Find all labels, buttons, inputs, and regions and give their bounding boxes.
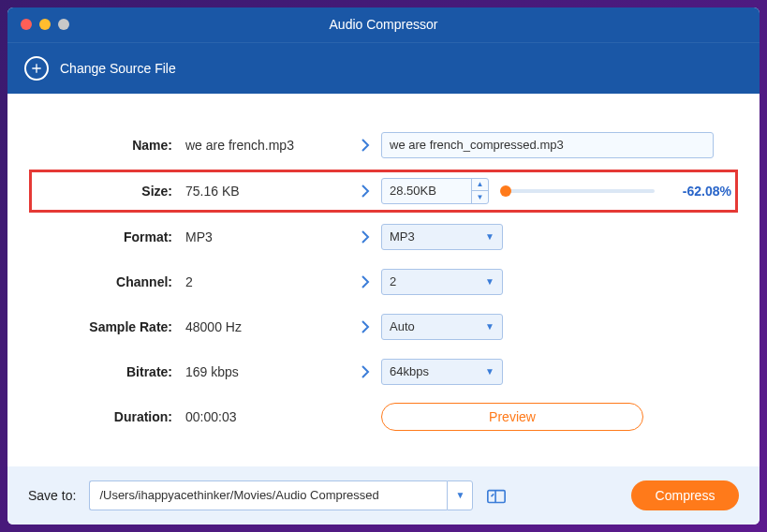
bitrate-dropdown[interactable]: 64kbps ▼ (381, 359, 503, 385)
plus-icon[interactable] (24, 56, 49, 81)
sample-rate-value: Auto (390, 319, 415, 333)
arrow-icon (349, 274, 381, 289)
size-slider[interactable] (506, 189, 655, 193)
open-folder-button[interactable] (486, 487, 507, 504)
svg-rect-2 (488, 490, 505, 502)
format-value: MP3 (390, 229, 415, 244)
label-duration: Duration: (36, 409, 185, 424)
arrow-icon (349, 319, 381, 334)
content-area: Name: we are french.mp3 Size: 75.16 KB 2… (7, 94, 760, 466)
chevron-down-icon: ▼ (485, 321, 494, 332)
row-name: Name: we are french.mp3 (36, 131, 731, 159)
source-format: MP3 (185, 229, 349, 244)
source-bitrate: 169 kbps (185, 364, 349, 379)
label-size: Size: (36, 184, 185, 199)
titlebar: Audio Compressor (7, 7, 760, 42)
chevron-down-icon: ▼ (455, 490, 465, 500)
chevron-down-icon: ▼ (485, 276, 494, 287)
size-reduction-percent: -62.08% (671, 184, 731, 199)
spinner-down-icon[interactable]: ▼ (472, 191, 488, 203)
label-channel: Channel: (36, 274, 185, 289)
row-channel: Channel: 2 2 ▼ (36, 268, 731, 296)
channel-dropdown[interactable]: 2 ▼ (381, 269, 503, 295)
chevron-down-icon: ▼ (485, 231, 494, 242)
footer: Save to: /Users/ihappyacethinker/Movies/… (7, 466, 760, 525)
preview-button[interactable]: Preview (381, 403, 643, 431)
save-path-box[interactable]: /Users/ihappyacethinker/Movies/Audio Com… (89, 480, 447, 510)
arrow-icon (349, 364, 381, 379)
source-sample-rate: 48000 Hz (185, 319, 349, 334)
arrow-icon (349, 184, 381, 199)
row-size: Size: 75.16 KB 28.50KB ▲ ▼ -62.08% (32, 172, 735, 210)
label-bitrate: Bitrate: (36, 364, 185, 379)
source-name: we are french.mp3 (185, 138, 349, 153)
row-sample-rate: Sample Rate: 48000 Hz Auto ▼ (36, 313, 731, 341)
source-size: 75.16 KB (185, 184, 349, 199)
label-sample-rate: Sample Rate: (36, 319, 185, 334)
output-name-input[interactable] (381, 132, 714, 158)
save-to-label: Save to: (28, 488, 76, 503)
row-format: Format: MP3 MP3 ▼ (36, 223, 731, 251)
format-dropdown[interactable]: MP3 ▼ (381, 224, 503, 250)
label-format: Format: (36, 229, 185, 244)
source-channel: 2 (185, 274, 349, 289)
spinner-up-icon[interactable]: ▲ (472, 179, 488, 192)
channel-value: 2 (390, 274, 396, 288)
source-duration: 00:00:03 (185, 409, 349, 424)
bitrate-value: 64kbps (390, 364, 429, 378)
chevron-down-icon: ▼ (485, 366, 494, 377)
target-size-value: 28.50KB (390, 184, 436, 198)
compress-button[interactable]: Compress (631, 480, 739, 510)
slider-thumb[interactable] (500, 185, 511, 197)
sample-rate-dropdown[interactable]: Auto ▼ (381, 314, 503, 340)
spinner-controls: ▲ ▼ (471, 179, 488, 203)
toolbar: Change Source File (7, 42, 760, 94)
arrow-icon (349, 138, 381, 153)
change-source-button[interactable]: Change Source File (60, 61, 176, 76)
row-bitrate: Bitrate: 169 kbps 64kbps ▼ (36, 358, 731, 386)
save-path-dropdown[interactable]: ▼ (447, 480, 473, 510)
app-window: Audio Compressor Change Source File Name… (7, 7, 760, 525)
label-name: Name: (36, 138, 185, 153)
arrow-icon (349, 229, 381, 244)
target-size-spinner[interactable]: 28.50KB ▲ ▼ (381, 178, 489, 204)
row-duration: Duration: 00:00:03 Preview (36, 403, 731, 431)
window-title: Audio Compressor (7, 17, 760, 32)
